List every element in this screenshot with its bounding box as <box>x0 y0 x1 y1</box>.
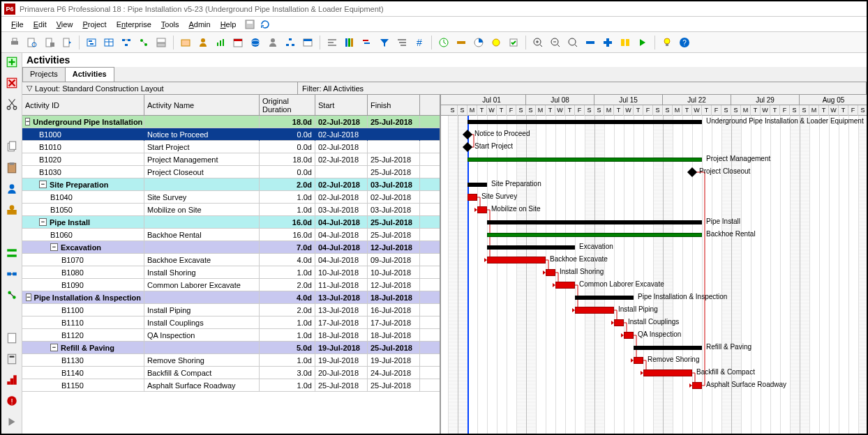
gantt-bar[interactable] <box>692 382 702 389</box>
gantt-bar[interactable] <box>487 245 575 250</box>
rail-run-icon[interactable] <box>6 415 18 428</box>
gantt-bar[interactable] <box>467 183 487 187</box>
table-row[interactable]: B1110Install Couplings1.0d17-Jul-201817-… <box>22 316 440 329</box>
page-setup-icon[interactable] <box>42 35 57 50</box>
menu-view[interactable]: View <box>52 19 77 30</box>
gantt-bar[interactable] <box>575 307 614 314</box>
gantt-bar[interactable] <box>487 220 702 224</box>
menu-project[interactable]: Project <box>78 19 110 30</box>
table-row[interactable]: B1000Notice to Proceed0.0d02-Jul-2018 <box>22 128 440 141</box>
table-row[interactable]: B1150Asphalt Surface Roadway1.0d25-Jul-2… <box>22 379 440 392</box>
menu-help[interactable]: Help <box>216 19 241 30</box>
calendar-icon[interactable] <box>230 35 246 50</box>
schedule-icon[interactable] <box>436 35 451 50</box>
filter-label[interactable]: Filter: All Activities <box>298 82 867 94</box>
table-row[interactable]: B1030Project Closeout0.0d25-Jul-2018 <box>22 166 440 178</box>
table-row[interactable]: B1080Install Shoring1.0d10-Jul-201810-Ju… <box>22 266 440 279</box>
save-icon[interactable] <box>244 19 255 30</box>
rail-calc-icon[interactable] <box>6 353 18 365</box>
table-row[interactable]: −Underground Pipe Installation & Loader … <box>22 116 440 128</box>
print-icon[interactable] <box>7 35 22 50</box>
collapse-icon[interactable]: − <box>26 293 31 301</box>
gantt-bar[interactable] <box>477 206 487 213</box>
tab-activities[interactable]: Activities <box>65 67 114 82</box>
rail-doc-icon[interactable] <box>6 332 18 344</box>
wbs-icon[interactable] <box>283 35 298 50</box>
rail-paste-icon[interactable] <box>6 162 18 174</box>
gantt-milestone[interactable] <box>687 167 697 177</box>
gantt-bar[interactable] <box>634 346 702 350</box>
menu-edit[interactable]: Edit <box>29 19 51 30</box>
publish-icon[interactable] <box>59 35 75 50</box>
expand-icon[interactable] <box>600 35 615 50</box>
columns-icon[interactable] <box>342 35 357 50</box>
prev-icon[interactable] <box>618 35 633 50</box>
layout-table-icon[interactable] <box>101 35 117 50</box>
table-row[interactable]: B1100Install Piping2.0d13-Jul-201816-Jul… <box>22 304 440 316</box>
layout-trace-icon[interactable] <box>136 35 151 50</box>
table-row[interactable]: −Pipe Installation & Inspection4.0d13-Ju… <box>22 291 440 304</box>
rail-issues-icon[interactable]: ! <box>6 395 18 407</box>
gantt-milestone[interactable] <box>463 142 472 152</box>
rail-succ-icon[interactable] <box>6 289 18 301</box>
align-left-icon[interactable] <box>324 35 340 50</box>
table-row[interactable]: B1040Site Survey1.0d02-Jul-201802-Jul-20… <box>22 191 440 204</box>
help-icon[interactable]: ? <box>677 35 692 50</box>
table-row[interactable]: B1070Backhoe Excavate4.0d04-Jul-201809-J… <box>22 254 440 266</box>
gantt-bar[interactable] <box>555 282 575 289</box>
table-row[interactable]: −Refill & Paving5.0d19-Jul-201825-Jul-20… <box>22 342 440 354</box>
rail-pred-icon[interactable] <box>6 268 18 280</box>
gantt-pane[interactable]: Jul 01Jul 08Jul 15Jul 22Jul 29Aug 05 SSM… <box>441 95 867 434</box>
menu-enterprise[interactable]: Enterprise <box>112 19 156 30</box>
gantt-bar[interactable] <box>643 369 692 376</box>
level-icon[interactable] <box>454 35 469 50</box>
table-row[interactable]: B1020Project Management18.0d02-Jul-20182… <box>22 153 440 166</box>
progress-icon[interactable] <box>471 35 486 50</box>
table-row[interactable]: B1090Common Laborer Excavate2.0d11-Jul-2… <box>22 279 440 291</box>
group-icon[interactable] <box>394 35 410 50</box>
table-row[interactable]: B1140Backfill & Compact3.0d20-Jul-201824… <box>22 367 440 379</box>
gantt-bar[interactable] <box>467 158 702 162</box>
rail-copy-icon[interactable] <box>6 141 18 153</box>
collapse-icon[interactable] <box>583 35 598 50</box>
gantt-bar[interactable] <box>624 332 634 339</box>
grid-body[interactable]: −Underground Pipe Installation & Loader … <box>22 116 440 434</box>
layout-network-icon[interactable] <box>119 35 134 50</box>
gantt-milestone[interactable] <box>463 130 472 139</box>
proj-icon[interactable] <box>178 35 193 50</box>
gantt-body[interactable]: Underground Pipe Installation & Loader E… <box>441 116 867 434</box>
gantt-bar[interactable] <box>467 194 477 201</box>
col-activity-name[interactable]: Activity Name <box>144 95 260 115</box>
user-icon[interactable] <box>265 35 280 50</box>
menu-tools[interactable]: Tools <box>157 19 184 30</box>
collapse-icon[interactable]: − <box>50 243 58 251</box>
spotlight-icon[interactable] <box>488 35 504 50</box>
collapse-icon[interactable]: − <box>39 218 47 226</box>
table-row[interactable]: B1050Mobilize on Site1.0d03-Jul-201803-J… <box>22 204 440 216</box>
hashtag-icon[interactable]: # <box>412 35 427 50</box>
collapse-icon[interactable]: − <box>50 344 58 351</box>
collapse-icon[interactable]: − <box>39 181 47 188</box>
refresh-icon[interactable] <box>260 19 271 30</box>
res-icon[interactable] <box>195 35 211 50</box>
menu-file[interactable]: File <box>7 19 28 30</box>
table-row[interactable]: B1060Backhoe Rental16.0d04-Jul-201825-Ju… <box>22 229 440 241</box>
rail-cut-icon[interactable] <box>6 98 18 110</box>
chart-icon[interactable] <box>213 35 228 50</box>
rail-codes-icon[interactable] <box>6 247 18 259</box>
col-finish[interactable]: Finish <box>368 95 420 115</box>
zoom-in-icon[interactable] <box>530 35 546 50</box>
collapse-icon[interactable]: − <box>25 118 30 125</box>
bars-icon[interactable] <box>359 35 375 50</box>
gantt-bar[interactable] <box>614 319 624 326</box>
table-row[interactable]: B1130Remove Shoring1.0d19-Jul-201819-Jul… <box>22 354 440 367</box>
zoom-out-icon[interactable] <box>548 35 563 50</box>
table-row[interactable]: −Site Preparation2.0d02-Jul-201803-Jul-2… <box>22 178 440 191</box>
gantt-bar[interactable] <box>634 357 643 364</box>
gantt-bar[interactable] <box>575 296 634 300</box>
gantt-bar[interactable] <box>467 120 702 124</box>
globe-icon[interactable] <box>248 35 263 50</box>
gantt-bar[interactable] <box>487 257 546 264</box>
filter-icon[interactable] <box>377 35 392 50</box>
gantt-bar[interactable] <box>487 233 702 237</box>
